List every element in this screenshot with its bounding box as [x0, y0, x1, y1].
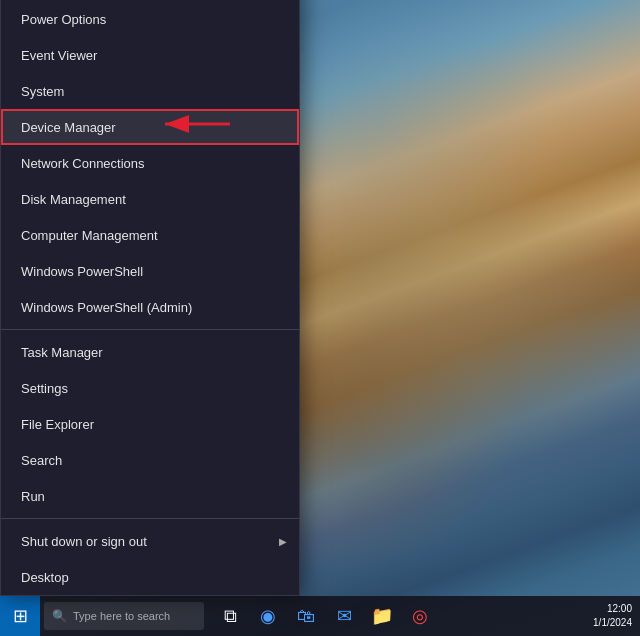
taskbar-icon-store[interactable]: 🛍 [288, 596, 324, 636]
task-view-icon: ⧉ [224, 606, 237, 627]
menu-item-settings[interactable]: Settings [1, 370, 299, 406]
menu-item-event-viewer[interactable]: Event Viewer [1, 37, 299, 73]
menu-divider [1, 518, 299, 519]
taskbar-icon-explorer[interactable]: 📁 [364, 596, 400, 636]
menu-item-disk-management[interactable]: Disk Management [1, 181, 299, 217]
edge-icon: ◉ [260, 605, 276, 627]
menu-item-task-manager[interactable]: Task Manager [1, 334, 299, 370]
menu-item-windows-powershell-admin[interactable]: Windows PowerShell (Admin) [1, 289, 299, 325]
menu-item-computer-management[interactable]: Computer Management [1, 217, 299, 253]
taskbar-icon-edge[interactable]: ◉ [250, 596, 286, 636]
menu-item-system[interactable]: System [1, 73, 299, 109]
taskbar-search-box[interactable]: 🔍 Type here to search [44, 602, 204, 630]
menu-item-windows-powershell[interactable]: Windows PowerShell [1, 253, 299, 289]
menu-item-file-explorer[interactable]: File Explorer [1, 406, 299, 442]
clock-time: 12:00 [593, 602, 632, 616]
menu-item-desktop[interactable]: Desktop [1, 559, 299, 595]
menu-item-shut-down[interactable]: Shut down or sign out [1, 523, 299, 559]
outlook-icon: ✉ [337, 605, 352, 627]
taskbar-icon-chrome[interactable]: ◎ [402, 596, 438, 636]
chrome-icon: ◎ [412, 605, 428, 627]
menu-item-power-options[interactable]: Power Options [1, 1, 299, 37]
menu-divider [1, 329, 299, 330]
taskbar: ⊞ 🔍 Type here to search ⧉◉🛍✉📁◎ 12:00 1/1… [0, 596, 640, 636]
start-button[interactable]: ⊞ [0, 596, 40, 636]
clock-date: 1/1/2024 [593, 616, 632, 630]
taskbar-pinned-icons: ⧉◉🛍✉📁◎ [212, 596, 438, 636]
taskbar-icon-outlook[interactable]: ✉ [326, 596, 362, 636]
taskbar-system-tray: 12:00 1/1/2024 [593, 602, 640, 630]
menu-item-network-connections[interactable]: Network Connections [1, 145, 299, 181]
menu-item-device-manager[interactable]: Device Manager [1, 109, 299, 145]
windows-logo-icon: ⊞ [13, 605, 28, 627]
taskbar-clock[interactable]: 12:00 1/1/2024 [593, 602, 632, 630]
context-menu: Apps and FeaturesMobility CenterPower Op… [0, 0, 300, 596]
menu-item-run[interactable]: Run [1, 478, 299, 514]
store-icon: 🛍 [297, 606, 315, 627]
search-placeholder-text: Type here to search [73, 610, 170, 622]
menu-item-search[interactable]: Search [1, 442, 299, 478]
search-icon: 🔍 [52, 609, 67, 623]
taskbar-icon-task-view[interactable]: ⧉ [212, 596, 248, 636]
explorer-icon: 📁 [371, 605, 393, 627]
